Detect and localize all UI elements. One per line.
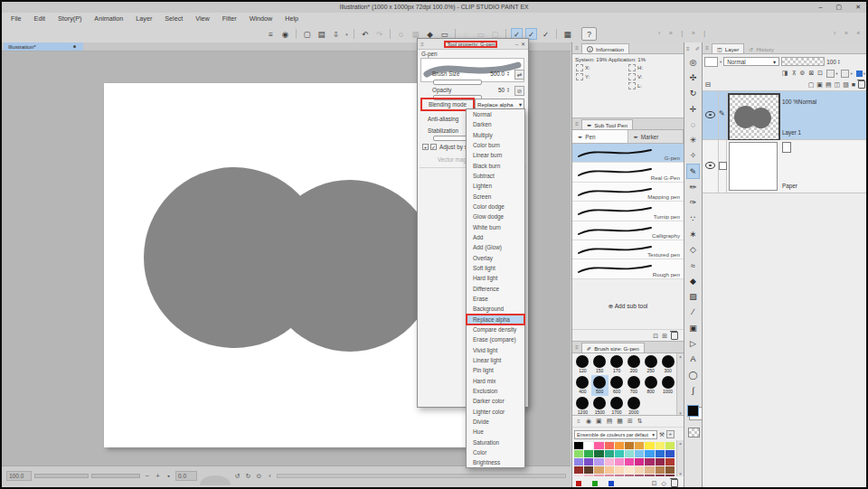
document-tab[interactable]: Illustration* [4, 42, 83, 51]
blend-mode-option[interactable]: Vivid light [467, 345, 524, 355]
zoom-out-button[interactable]: − [143, 473, 151, 479]
color-set-view-icon[interactable]: ▦ [617, 418, 623, 425]
sub-tool-item[interactable]: Rough pen [572, 259, 684, 278]
sub-tool-group-tab[interactable]: ✒ Pen [572, 130, 628, 143]
color-swatch[interactable] [615, 450, 624, 457]
delete-layer-icon[interactable] [858, 80, 865, 89]
tool-icon[interactable]: ✣ [686, 70, 700, 85]
menu-item[interactable]: Filter [222, 13, 237, 25]
tool-icon[interactable]: ✧ [686, 148, 700, 164]
zoom-in-button[interactable]: + [154, 473, 162, 479]
color-swatch[interactable] [605, 442, 614, 449]
color-swatch[interactable] [645, 442, 654, 449]
command-icon[interactable]: ▾ [344, 28, 349, 40]
sub-tool-group-tab[interactable]: ✒ Marker [628, 130, 684, 143]
color-swatch[interactable] [574, 458, 583, 465]
brush-size-cell[interactable]: 600 [609, 375, 626, 396]
color-swatch[interactable] [615, 442, 624, 449]
blend-mode-option[interactable]: Difference [467, 284, 524, 294]
blend-mode-option[interactable]: Exclusion [467, 386, 524, 396]
layer-row-paper[interactable]: Paper [703, 140, 868, 193]
color-history-swatch[interactable] [609, 481, 614, 486]
tool-icon[interactable]: ↻ [686, 86, 700, 101]
color-swatch[interactable] [615, 466, 624, 474]
layer-lock-icon[interactable]: ◨ [782, 70, 788, 77]
layer-action-icon[interactable]: ◫ [835, 81, 841, 89]
zoom-value[interactable]: 100.0 [6, 471, 32, 481]
canvas-document[interactable] [104, 83, 466, 447]
tool-icon[interactable]: A [686, 352, 700, 367]
color-swatch[interactable] [645, 475, 654, 476]
layer-opacity-value[interactable]: 100 [826, 59, 836, 65]
color-swatch[interactable] [665, 442, 675, 449]
panel-handle-icon[interactable]: ≡ [418, 39, 427, 50]
blend-mode-option[interactable]: Brightness [467, 457, 524, 467]
add-color-set-icon[interactable]: + [666, 430, 675, 438]
brush-size-cell[interactable]: 150 [591, 354, 609, 375]
color-swatch[interactable] [574, 466, 583, 474]
blend-mode-option[interactable]: Linear light [467, 355, 524, 365]
color-swatch[interactable] [625, 450, 634, 457]
color-set-view-icon[interactable]: ⇅ [637, 418, 643, 425]
brush-size-cell[interactable]: 500 [591, 375, 609, 396]
panel-handle-icon[interactable]: ≡ [572, 342, 581, 353]
blend-mode-option[interactable]: Overlay [467, 253, 524, 263]
layer-name[interactable]: Layer 1 [782, 129, 801, 136]
command-icon[interactable] [556, 29, 557, 39]
color-set-footer-icon[interactable]: ⊡ [652, 480, 657, 487]
command-icon[interactable]: ↶ [359, 28, 371, 40]
reset-view-icon[interactable]: ⊙ [255, 473, 263, 480]
layer-action-icon[interactable]: ▨ [843, 81, 849, 89]
command-icon[interactable] [390, 29, 391, 39]
blend-mode-option[interactable]: Hard mix [467, 376, 524, 386]
layer1-thumbnail[interactable] [728, 93, 780, 141]
brush-size-cell[interactable]: 1000 [659, 375, 676, 396]
color-swatch[interactable] [635, 458, 644, 465]
color-history-swatch[interactable] [592, 481, 598, 486]
blend-mode-option[interactable]: White burn [467, 222, 524, 232]
color-swatch[interactable] [605, 458, 614, 465]
fit-screen-button[interactable]: ▪ [165, 473, 173, 479]
color-set-dropdown[interactable]: Ensemble de couleurs par défaut ▾ [574, 430, 657, 439]
tool-icon[interactable]: ✑ [686, 195, 700, 211]
sub-tool-item[interactable]: Real G-Pen [572, 163, 684, 182]
command-icon[interactable]: ◌ [395, 28, 407, 40]
tool-icon[interactable]: ◎ [686, 54, 700, 70]
chevron-down-icon[interactable]: ▾ [720, 60, 722, 64]
brush-size-slider[interactable] [433, 80, 482, 85]
brush-size-cell[interactable]: 1200 [574, 396, 591, 417]
color-swatch[interactable] [584, 475, 593, 476]
color-set-view-icon[interactable]: ▣ [596, 418, 602, 425]
mask-dropdown[interactable]: ▾ [826, 70, 837, 78]
opacity-stepper[interactable]: ▴▾ [838, 59, 840, 65]
blend-mode-option[interactable]: Darker color [467, 396, 524, 406]
layer-lock-icon[interactable]: ⊚ [800, 70, 806, 77]
paper-thumbnail[interactable] [729, 142, 778, 191]
brush-size-cell[interactable]: 800 [642, 375, 659, 396]
color-swatch[interactable] [635, 442, 644, 449]
blend-mode-option[interactable]: Linear burn [467, 150, 524, 160]
menu-item[interactable]: Animation [94, 13, 123, 25]
color-set-scrollbar[interactable]: ▴▾ [676, 440, 684, 476]
panel-handle-icon[interactable]: ≡ [575, 416, 582, 427]
rotate-right-icon[interactable]: ↻ [244, 473, 252, 480]
blend-mode-option[interactable]: Black burn [467, 161, 524, 171]
color-swatch[interactable] [665, 475, 675, 476]
color-swatch[interactable] [594, 442, 603, 449]
blend-mode-option[interactable]: Hard light [467, 273, 524, 283]
command-icon[interactable]: ▢ [301, 28, 313, 40]
tab-modified-dot[interactable] [73, 45, 76, 48]
sub-tool-footer-icon[interactable]: ⊞ [662, 333, 667, 340]
color-swatch[interactable] [615, 475, 624, 476]
command-icon[interactable]: ✓ [540, 28, 552, 40]
foreground-color-chip[interactable] [687, 405, 699, 417]
opacity-source-button[interactable]: ⊘ [514, 86, 524, 96]
brush-size-cell[interactable]: 2000 [626, 396, 643, 417]
tool-icon[interactable]: ◇ [686, 242, 700, 258]
tab-history[interactable]: ↺ History [744, 44, 778, 53]
menu-item[interactable]: Window [250, 13, 273, 25]
brush-size-cell[interactable]: 700 [626, 375, 643, 396]
brush-size-cell[interactable]: 250 [642, 354, 659, 375]
blend-mode-option[interactable]: Lighten [467, 181, 524, 191]
minimize-panel-icon[interactable]: – [515, 42, 518, 47]
